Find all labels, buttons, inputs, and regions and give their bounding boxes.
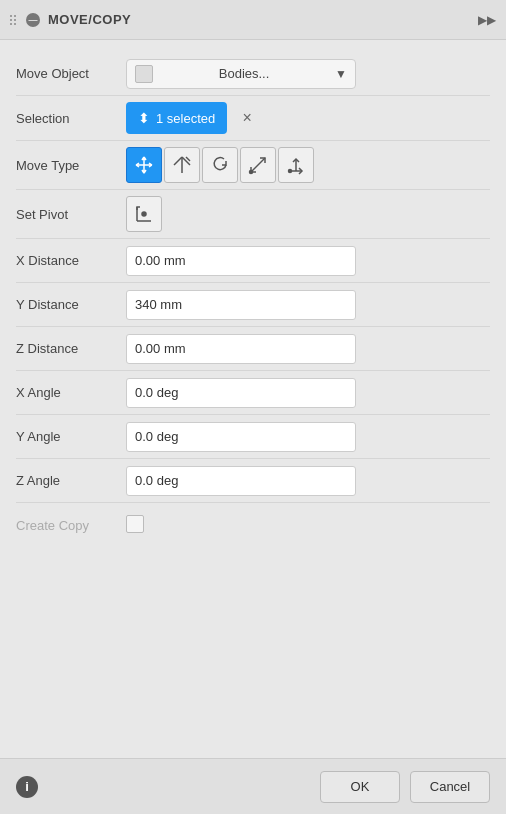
move-type-row: Move Type — [16, 141, 490, 190]
y-distance-label: Y Distance — [16, 297, 126, 312]
expand-icon[interactable]: ▶▶ — [478, 13, 496, 27]
move-copy-dialog: — MOVE/COPY ▶▶ Move Object Bodies... ▼ S… — [0, 0, 506, 814]
move-object-control: Bodies... ▼ — [126, 59, 490, 89]
y-distance-row: Y Distance — [16, 283, 490, 327]
svg-point-5 — [289, 170, 292, 173]
y-angle-input[interactable] — [126, 422, 356, 452]
create-copy-row: Create Copy — [16, 503, 490, 547]
move-type-label: Move Type — [16, 158, 126, 173]
form-content: Move Object Bodies... ▼ Selection ⬍ 1 se… — [0, 40, 506, 758]
move-object-row: Move Object Bodies... ▼ — [16, 52, 490, 96]
rotate-icon — [210, 155, 230, 175]
set-pivot-label: Set Pivot — [16, 207, 126, 222]
body-icon — [135, 65, 153, 83]
z-distance-row: Z Distance — [16, 327, 490, 371]
move-type-group — [126, 147, 490, 183]
selection-button[interactable]: ⬍ 1 selected — [126, 102, 227, 134]
create-copy-control — [126, 515, 490, 536]
svg-point-2 — [250, 171, 253, 174]
x-distance-control — [126, 246, 490, 276]
move-type-translate-button[interactable] — [126, 147, 162, 183]
ok-button[interactable]: OK — [320, 771, 400, 803]
clear-selection-button[interactable]: × — [235, 106, 259, 130]
drag-handle — [10, 15, 16, 25]
z-distance-label: Z Distance — [16, 341, 126, 356]
freeform-icon — [172, 155, 192, 175]
x-distance-label: X Distance — [16, 253, 126, 268]
x-distance-row: X Distance — [16, 239, 490, 283]
title-bar: — MOVE/COPY ▶▶ — [0, 0, 506, 40]
create-copy-label: Create Copy — [16, 518, 126, 533]
cursor-icon: ⬍ — [138, 110, 150, 126]
z-angle-label: Z Angle — [16, 473, 126, 488]
x-distance-input[interactable] — [126, 246, 356, 276]
axis-move-icon — [286, 155, 306, 175]
y-distance-control — [126, 290, 490, 320]
selection-label: Selection — [16, 111, 126, 126]
dialog-title: MOVE/COPY — [48, 12, 131, 27]
pivot-icon — [134, 204, 154, 224]
bottom-bar: i OK Cancel — [0, 758, 506, 814]
selection-count: 1 selected — [156, 111, 215, 126]
selection-control: ⬍ 1 selected × — [126, 102, 490, 134]
move-type-freeform-button[interactable] — [164, 147, 200, 183]
z-angle-row: Z Angle — [16, 459, 490, 503]
x-angle-input[interactable] — [126, 378, 356, 408]
x-angle-label: X Angle — [16, 385, 126, 400]
svg-line-1 — [251, 158, 265, 172]
z-distance-input[interactable] — [126, 334, 356, 364]
set-pivot-row: Set Pivot — [16, 190, 490, 239]
z-angle-input[interactable] — [126, 466, 356, 496]
y-angle-row: Y Angle — [16, 415, 490, 459]
selection-group: ⬍ 1 selected × — [126, 102, 490, 134]
info-icon[interactable]: i — [16, 776, 38, 798]
z-angle-control — [126, 466, 490, 496]
cancel-button[interactable]: Cancel — [410, 771, 490, 803]
dropdown-arrow-icon: ▼ — [335, 67, 347, 81]
x-angle-control — [126, 378, 490, 408]
move-object-value: Bodies... — [159, 66, 329, 81]
y-angle-label: Y Angle — [16, 429, 126, 444]
close-icon: × — [243, 109, 252, 127]
y-distance-input[interactable] — [126, 290, 356, 320]
move-object-label: Move Object — [16, 66, 126, 81]
scale-icon — [248, 155, 268, 175]
create-copy-checkbox[interactable] — [126, 515, 144, 533]
svg-point-8 — [142, 212, 146, 216]
set-pivot-button[interactable] — [126, 196, 162, 232]
y-angle-control — [126, 422, 490, 452]
minimize-icon[interactable]: — — [26, 13, 40, 27]
move-type-axis-button[interactable] — [278, 147, 314, 183]
move-type-rotate-button[interactable] — [202, 147, 238, 183]
move-object-dropdown[interactable]: Bodies... ▼ — [126, 59, 356, 89]
move-type-control — [126, 147, 490, 183]
move-type-scale-button[interactable] — [240, 147, 276, 183]
translate-icon — [134, 155, 154, 175]
z-distance-control — [126, 334, 490, 364]
selection-row: Selection ⬍ 1 selected × — [16, 96, 490, 141]
set-pivot-control — [126, 196, 490, 232]
x-angle-row: X Angle — [16, 371, 490, 415]
